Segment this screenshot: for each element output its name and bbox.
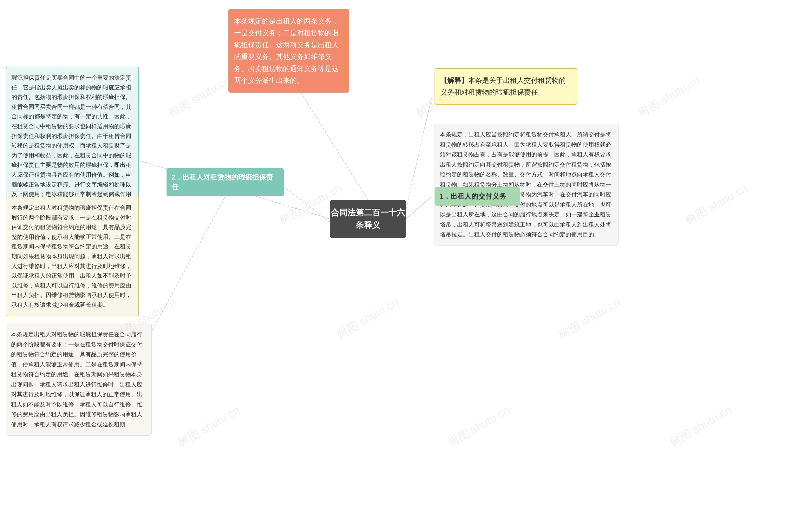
svg-line-2 <box>276 181 330 222</box>
watermark-13: 树图 shutu.cn <box>667 403 734 450</box>
box-right-mid-label: 1．出租人的交付义务 <box>435 187 520 205</box>
watermark-1: 树图 shutu.cn <box>166 73 233 120</box>
watermark-3: 树图 shutu.cn <box>635 73 703 120</box>
top-center-text: 本条规定的是出租人的两条义务，一是交付义务；二是对租赁物的瑕疵担保责任。这两项义… <box>234 17 339 84</box>
svg-line-3 <box>406 98 431 209</box>
center-node: 合同法第二百一十六条释义 <box>330 200 406 238</box>
bottom-left-text-content: 本条规定出租人对租赁物的瑕疵担保责任在合同履行的两个阶段都有要求：一是在租赁物交… <box>11 331 143 428</box>
svg-line-5 <box>152 197 225 330</box>
box-left-bottom: 本条规定出租人对租赁物的瑕疵担保责任在合同履行的两个阶段都有要求：一是在租赁物交… <box>6 197 139 316</box>
svg-line-0 <box>296 86 368 200</box>
box-top-center: 本条规定的是出租人的两条义务，一是交付义务；二是对租赁物的瑕疵担保责任。这两项义… <box>229 9 349 93</box>
left-bottom-text: 本条规定出租人对租赁物的瑕疵担保责任在合同履行的两个阶段都有要求：一是在租赁物交… <box>11 204 131 308</box>
bottom-left-label-text: 2．出租人对租赁物的瑕疵担保责任 <box>172 173 273 191</box>
box-right-annotation: 【解释】本条是关于出租人交付租赁物的义务和对租赁物的瑕疵担保责任。 <box>435 68 577 105</box>
box-bottom-left-label: 2．出租人对租赁物的瑕疵担保责任 <box>167 168 284 196</box>
watermark-7: 树图 shutu.cn <box>683 180 750 229</box>
canvas: 合同法第二百一十六条释义 本条规定的是出租人的两条义务，一是交付义务；二是对租赁… <box>0 0 812 506</box>
watermark-12: 树图 shutu.cn <box>445 403 512 450</box>
watermark-10: 树图 shutu.cn <box>556 295 623 343</box>
svg-line-4 <box>406 197 431 219</box>
box-bottom-left-text: 本条规定出租人对租赁物的瑕疵担保责任在合同履行的两个阶段都有要求：一是在租赁物交… <box>6 324 152 436</box>
right-main-text: 本条规定，出租人应当按照约定将租赁物交付承租人。所谓交付是将租赁物的转移占有至承… <box>440 131 611 238</box>
watermark-9: 树图 shutu.cn <box>334 295 401 343</box>
right-annotation-bracket: 【解释】 <box>440 76 468 84</box>
box-right-main: 本条规定，出租人应当按照约定将租赁物交付承租人。所谓交付是将租赁物的转移占有至承… <box>435 124 619 246</box>
right-mid-label-text: 1．出租人的交付义务 <box>440 192 506 200</box>
watermark-11: 树图 shutu.cn <box>175 403 243 450</box>
center-title: 合同法第二百一十六条释义 <box>330 206 406 231</box>
